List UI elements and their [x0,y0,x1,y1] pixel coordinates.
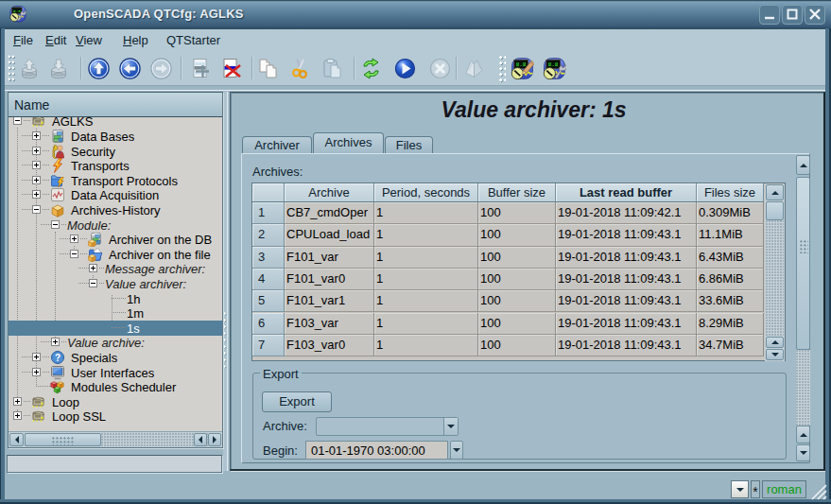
svg-text:?: ? [55,353,61,363]
svg-text:8.8: 8.8 [13,9,21,13]
